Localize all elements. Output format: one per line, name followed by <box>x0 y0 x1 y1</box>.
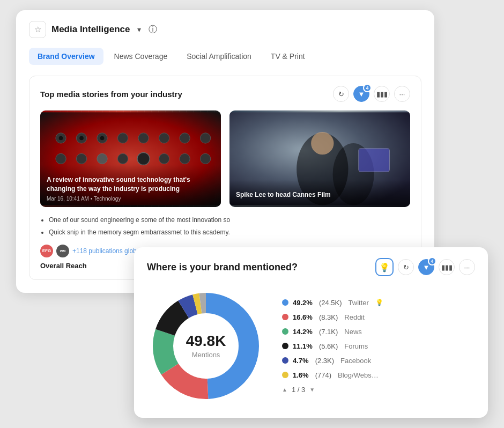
app-title: Media Intelligence <box>51 24 130 35</box>
filter-badge: 4 <box>363 84 372 92</box>
legend-dot-blog <box>282 372 288 378</box>
legend-source-forums: Forums <box>344 342 368 350</box>
legend-source-facebook: Facebook <box>340 357 371 365</box>
svg-point-7 <box>117 133 128 143</box>
legend-count-news: (7.1K) <box>319 328 338 336</box>
legend-item-news: 14.2% (7.1K) News <box>282 328 475 336</box>
refresh-button[interactable]: ↻ <box>333 86 349 102</box>
prev-page-button[interactable]: ▲ <box>282 387 287 393</box>
bullet-item: Quick snip in the memory segm embarrassm… <box>49 228 410 237</box>
svg-point-18 <box>180 153 190 164</box>
bullet-list: One of our sound engineering e some of t… <box>40 216 410 237</box>
refresh-button-front[interactable]: ↻ <box>398 259 414 275</box>
svg-point-13 <box>76 153 86 164</box>
legend-pct-facebook: 4.7% <box>293 357 309 365</box>
favorite-button[interactable]: ☆ <box>29 21 46 38</box>
tab-news-coverage[interactable]: News Coverage <box>106 48 176 65</box>
svg-point-11 <box>200 133 210 143</box>
front-header: Where is your brand mentioned? 💡 ↻ ▼ 4 ▮… <box>147 258 475 276</box>
legend-item-reddit: 16.6% (8.3K) Reddit <box>282 313 475 321</box>
widget-title: Top media stories from your industry <box>40 90 182 99</box>
svg-point-6 <box>100 136 105 141</box>
legend-count-blog: (774) <box>315 371 331 379</box>
legend-item-forums: 11.1% (5.6K) Forums <box>282 342 475 350</box>
legend-count-reddit: (8.3K) <box>319 313 338 321</box>
filter-button[interactable]: ▼ 4 <box>353 86 369 102</box>
tab-brand-overview[interactable]: Brand Overview <box>29 48 103 65</box>
legend: 49.2% (24.5K) Twitter 💡 16.6% (8.3K) Red… <box>282 299 475 394</box>
legend-pct-news: 14.2% <box>293 328 313 336</box>
chart-button-front[interactable]: ▮▮▮ <box>439 259 455 275</box>
legend-count-twitter: (24.5K) <box>319 299 342 307</box>
legend-pct-reddit: 16.6% <box>293 313 313 321</box>
legend-pct-twitter: 49.2% <box>293 299 313 307</box>
media-grid: A review of innovative sound technology … <box>40 110 410 207</box>
legend-source-news: News <box>344 328 362 336</box>
pub-avatar-1: EFG <box>40 245 53 257</box>
scene: ☆ Media Intelligence ▾ ⓘ Brand Overview … <box>16 10 488 418</box>
synth-caption-text: A review of innovative sound technology … <box>47 175 214 194</box>
star-icon: ☆ <box>34 25 41 34</box>
legend-source-twitter: Twitter <box>349 299 369 307</box>
legend-count-facebook: (2.3K) <box>315 357 334 365</box>
svg-point-9 <box>159 133 169 143</box>
chart-button[interactable]: ▮▮▮ <box>374 86 390 102</box>
legend-pct-forums: 11.1% <box>293 342 313 350</box>
legend-item-blog: 1.6% (774) Blog/Webs… <box>282 371 475 379</box>
front-actions: 💡 ↻ ▼ 4 ▮▮▮ ··· <box>375 258 475 276</box>
pub-label: +118 publications global <box>72 247 142 255</box>
svg-point-12 <box>56 153 66 164</box>
donut-value: 49.8K <box>186 334 226 349</box>
widget-header: Top media stories from your industry ↻ ▼… <box>40 86 410 102</box>
app-header: ☆ Media Intelligence ▾ ⓘ <box>29 21 421 38</box>
pub-avatar-2: WM <box>56 245 69 257</box>
front-title: Where is your brand mentioned? <box>147 262 298 273</box>
legend-count-forums: (5.6K) <box>319 342 338 350</box>
media-card-synth[interactable]: A review of innovative sound technology … <box>40 110 221 207</box>
pagination: ▲ 1 / 3 ▼ <box>282 386 475 394</box>
legend-dot-reddit <box>282 314 288 320</box>
chart-area: 49.8K Mentions 49.2% (24.5K) Twitter 💡 1… <box>147 287 475 405</box>
svg-point-16 <box>137 152 150 165</box>
legend-dot-forums <box>282 343 288 349</box>
tab-bar: Brand Overview News Coverage Social Ampl… <box>29 48 421 65</box>
tab-tv-print[interactable]: TV & Print <box>262 48 314 65</box>
front-card: Where is your brand mentioned? 💡 ↻ ▼ 4 ▮… <box>134 247 488 418</box>
lightbulb-button[interactable]: 💡 <box>375 258 394 276</box>
pagination-current: 1 / 3 <box>292 386 305 394</box>
filter-badge-front: 4 <box>428 257 436 265</box>
film-caption-text: Spike Lee to head Cannes Film <box>236 190 404 200</box>
dropdown-button[interactable]: ▾ <box>135 24 143 35</box>
svg-point-17 <box>159 153 169 164</box>
svg-point-4 <box>79 136 84 141</box>
synth-caption: A review of innovative sound technology … <box>40 165 221 207</box>
svg-point-19 <box>200 153 210 164</box>
donut-label: Mentions <box>186 351 226 359</box>
more-button[interactable]: ··· <box>394 86 410 102</box>
bullet-item: One of our sound engineering e some of t… <box>49 216 410 225</box>
info-button[interactable]: ⓘ <box>149 24 157 35</box>
svg-point-2 <box>59 136 63 141</box>
synth-caption-meta: Mar 16, 10:41 AM • Technology <box>47 196 214 202</box>
legend-pct-blog: 1.6% <box>293 371 309 379</box>
legend-dot-facebook <box>282 357 288 364</box>
legend-item-facebook: 4.7% (2.3K) Facebook <box>282 357 475 365</box>
svg-point-14 <box>97 153 107 164</box>
media-card-film[interactable]: Spike Lee to head Cannes Film <box>229 110 410 207</box>
next-page-button[interactable]: ▼ <box>309 387 315 393</box>
tab-social-amplification[interactable]: Social Amplification <box>178 48 260 65</box>
filter-button-front[interactable]: ▼ 4 <box>418 259 434 275</box>
donut-chart: 49.8K Mentions <box>147 287 265 405</box>
legend-dot-news <box>282 328 288 335</box>
donut-center: 49.8K Mentions <box>186 334 226 359</box>
legend-source-reddit: Reddit <box>344 313 365 321</box>
svg-point-23 <box>311 132 333 154</box>
legend-item-twitter: 49.2% (24.5K) Twitter 💡 <box>282 299 475 307</box>
more-button-front[interactable]: ··· <box>459 259 475 275</box>
film-caption: Spike Lee to head Cannes Film <box>229 180 410 207</box>
svg-point-10 <box>180 133 190 143</box>
svg-point-8 <box>138 133 149 143</box>
legend-dot-twitter <box>282 299 288 306</box>
svg-point-15 <box>117 153 128 164</box>
widget-actions: ↻ ▼ 4 ▮▮▮ ··· <box>333 86 410 102</box>
